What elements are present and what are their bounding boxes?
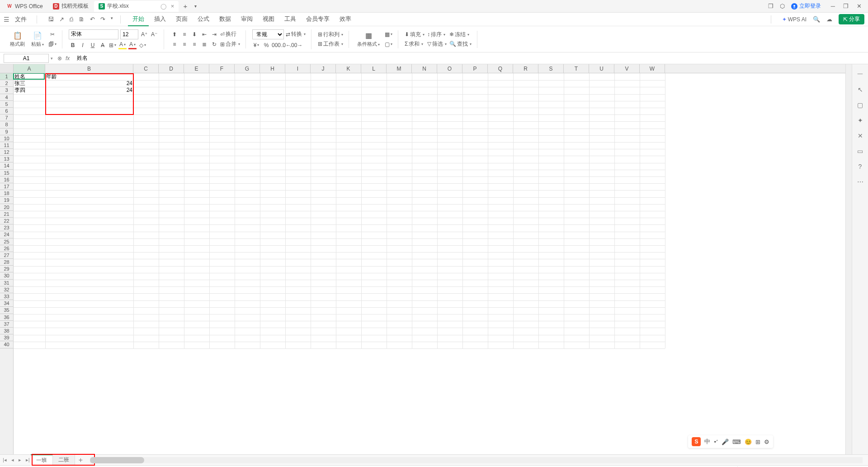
- highlight-icon[interactable]: A▾: [118, 41, 127, 49]
- row-header-1[interactable]: 1: [0, 73, 13, 80]
- col-header-T[interactable]: T: [564, 64, 589, 73]
- formula-input[interactable]: [74, 54, 864, 62]
- convert-button[interactable]: ⇄ 转换▾: [286, 30, 306, 38]
- row-header-11[interactable]: 11: [0, 142, 13, 149]
- row-header-36[interactable]: 36: [0, 314, 13, 321]
- row-header-38[interactable]: 38: [0, 328, 13, 334]
- align-left-icon[interactable]: ≡: [170, 40, 179, 48]
- comma-icon[interactable]: 000: [272, 41, 280, 49]
- row-header-13[interactable]: 13: [0, 156, 13, 162]
- row-header-29[interactable]: 29: [0, 266, 13, 272]
- decrease-indent-icon[interactable]: ⇤: [200, 30, 208, 38]
- copy-icon[interactable]: 🗐▾: [48, 40, 57, 48]
- col-header-J[interactable]: J: [311, 64, 336, 73]
- col-header-M[interactable]: M: [387, 64, 412, 73]
- table-style-icon[interactable]: ▦▾: [384, 30, 392, 38]
- menu-tab-insert[interactable]: 插入: [150, 13, 170, 26]
- percent-icon[interactable]: %: [262, 41, 270, 49]
- fill-color-icon[interactable]: ◇▾: [138, 41, 146, 49]
- col-header-V[interactable]: V: [614, 64, 640, 73]
- increase-indent-icon[interactable]: ⇥: [210, 30, 218, 38]
- gallery-icon[interactable]: ✦: [858, 117, 863, 124]
- more-icon[interactable]: ⋯: [857, 178, 863, 186]
- close-window-icon[interactable]: ✕: [857, 3, 862, 10]
- row-header-28[interactable]: 28: [0, 259, 13, 266]
- fx-icon[interactable]: fx: [66, 55, 70, 62]
- row-header-16[interactable]: 16: [0, 176, 13, 183]
- ime-toolbox-icon[interactable]: ⊞: [755, 438, 760, 445]
- row-header-25[interactable]: 25: [0, 238, 13, 245]
- login-button[interactable]: 立即登录: [791, 2, 821, 10]
- row-header-4[interactable]: 4: [0, 94, 13, 101]
- add-tab-button[interactable]: +: [179, 2, 191, 10]
- align-right-icon[interactable]: ≡: [190, 40, 198, 48]
- border-icon[interactable]: ⊞▾: [108, 41, 117, 49]
- col-header-D[interactable]: D: [159, 64, 184, 73]
- col-header-H[interactable]: H: [260, 64, 285, 73]
- col-header-Q[interactable]: Q: [488, 64, 513, 73]
- hamburger-icon[interactable]: ☰: [4, 16, 9, 23]
- first-sheet-icon[interactable]: |◂: [2, 457, 8, 463]
- align-top-icon[interactable]: ⬆: [170, 30, 179, 38]
- row-header-32[interactable]: 32: [0, 286, 13, 293]
- orientation-icon[interactable]: ↻: [210, 40, 218, 48]
- row-header-23[interactable]: 23: [0, 224, 13, 231]
- row-header-19[interactable]: 19: [0, 197, 13, 204]
- col-header-S[interactable]: S: [538, 64, 564, 73]
- sort-button[interactable]: ↕ 排序▾: [427, 31, 447, 38]
- col-header-R[interactable]: R: [513, 64, 538, 73]
- row-header-5[interactable]: 5: [0, 101, 13, 108]
- menu-tab-view[interactable]: 视图: [258, 13, 279, 26]
- row-header-17[interactable]: 17: [0, 183, 13, 190]
- tab-wps-office[interactable]: W WPS Office: [2, 1, 47, 12]
- cell-B1[interactable]: 年龄: [45, 73, 133, 80]
- menu-tab-formula[interactable]: 公式: [193, 13, 214, 26]
- row-header-26[interactable]: 26: [0, 245, 13, 252]
- horizontal-scrollbar[interactable]: [90, 457, 863, 463]
- col-header-A[interactable]: A: [14, 64, 45, 73]
- worksheet-button[interactable]: ⊞ 工作表▾: [318, 40, 343, 48]
- row-header-7[interactable]: 7: [0, 114, 13, 121]
- wps-ai-button[interactable]: ✦ WPS AI: [782, 16, 807, 23]
- col-header-W[interactable]: W: [640, 64, 665, 73]
- cell-ref-dropdown-icon[interactable]: ▾: [51, 56, 53, 61]
- col-header-L[interactable]: L: [361, 64, 387, 73]
- export-icon[interactable]: ↗: [59, 16, 64, 23]
- font-size-select[interactable]: [120, 29, 138, 39]
- vertical-scrollbar[interactable]: [845, 64, 852, 454]
- print-preview-icon[interactable]: 🗎: [79, 16, 85, 23]
- row-header-15[interactable]: 15: [0, 170, 13, 176]
- col-header-K[interactable]: K: [336, 64, 361, 73]
- row-header-30[interactable]: 30: [0, 272, 13, 279]
- row-header-31[interactable]: 31: [0, 280, 13, 286]
- prev-sheet-icon[interactable]: ◂: [10, 457, 15, 463]
- tab-menu-dropdown[interactable]: ▾: [191, 4, 200, 9]
- menu-tab-page[interactable]: 页面: [171, 13, 192, 26]
- menu-tab-data[interactable]: 数据: [215, 13, 236, 26]
- maximize-icon[interactable]: ❐: [843, 3, 849, 10]
- help-icon[interactable]: ?: [859, 163, 862, 170]
- find-button[interactable]: 🔍 查找▾: [449, 40, 472, 48]
- fill-button[interactable]: ⬇ 填充▾: [405, 31, 425, 38]
- menu-tab-efficiency[interactable]: 效率: [335, 13, 356, 26]
- row-header-35[interactable]: 35: [0, 307, 13, 314]
- cond-format-button[interactable]: ▦ 条件格式▾: [355, 30, 382, 48]
- cell-A2[interactable]: 张三: [14, 80, 45, 87]
- row-header-14[interactable]: 14: [0, 162, 13, 169]
- tab-templates[interactable]: D 找稻壳模板: [48, 1, 93, 12]
- cancel-formula-icon[interactable]: ⊗: [57, 55, 62, 62]
- row-header-3[interactable]: 3: [0, 87, 13, 94]
- col-header-E[interactable]: E: [184, 64, 209, 73]
- col-header-B[interactable]: B: [45, 64, 133, 73]
- format-painter-button[interactable]: 📋 格式刷: [8, 30, 27, 48]
- row-header-34[interactable]: 34: [0, 300, 13, 307]
- cell-B2[interactable]: 24: [45, 80, 133, 87]
- minimize-icon[interactable]: ─: [831, 3, 835, 10]
- cloud-icon[interactable]: ☁: [826, 16, 832, 23]
- font-color-icon[interactable]: A▾: [128, 41, 137, 49]
- ime-toolbar[interactable]: S 中 •ʼ 🎤 ⌨ 😊 ⊞ ⚙: [688, 435, 773, 448]
- decrease-decimal-icon[interactable]: .0←: [282, 41, 290, 49]
- italic-icon[interactable]: I: [79, 41, 87, 49]
- sum-button[interactable]: Σ 求和▾: [405, 40, 425, 48]
- filter-button[interactable]: ▽ 筛选▾: [427, 40, 447, 48]
